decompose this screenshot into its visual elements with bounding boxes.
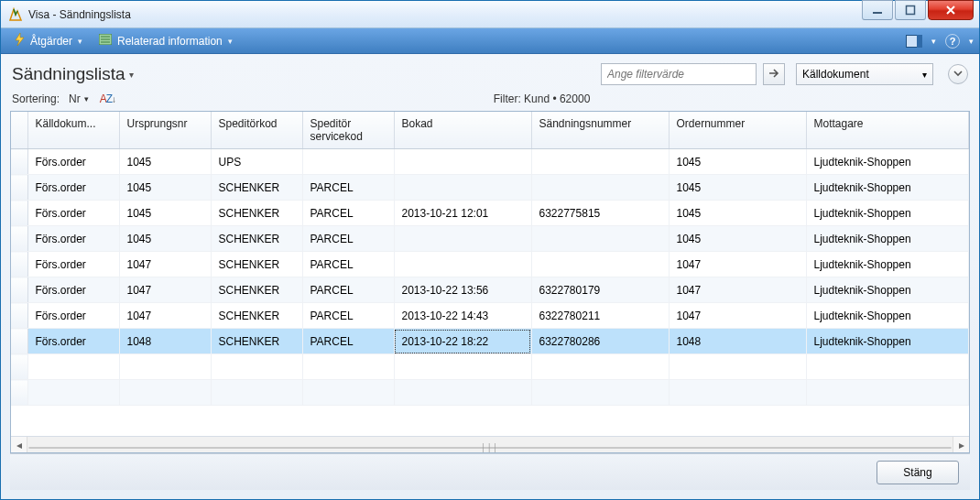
col-ordernummer[interactable]: Ordernummer	[669, 112, 806, 149]
cell[interactable]: Ljudteknik-Shoppen	[806, 277, 969, 303]
cell[interactable]: PARCEL	[302, 226, 394, 252]
cell[interactable]: 1045	[669, 226, 806, 252]
row-selector[interactable]	[11, 201, 27, 226]
table-row[interactable]: Förs.order1045SCHENKERPARCEL1045Ljudtekn…	[11, 175, 969, 201]
cell[interactable]: 1047	[119, 277, 211, 303]
row-selector-header[interactable]	[11, 112, 27, 149]
cell[interactable]: 2013-10-22 13:56	[394, 277, 531, 303]
close-dialog-button[interactable]: Stäng	[877, 461, 959, 484]
cell[interactable]: Förs.order	[27, 175, 119, 201]
minimize-button[interactable]	[862, 0, 893, 20]
cell[interactable]: Ljudteknik-Shoppen	[806, 329, 969, 354]
row-selector[interactable]	[11, 303, 27, 329]
cell[interactable]	[394, 149, 531, 175]
cell[interactable]	[531, 149, 669, 175]
cell[interactable]: Förs.order	[27, 303, 119, 329]
cell[interactable]: SCHENKER	[211, 277, 302, 303]
cell[interactable]: 1047	[669, 277, 806, 303]
row-selector[interactable]	[11, 149, 27, 175]
filter-go-button[interactable]	[763, 63, 785, 85]
cell[interactable]: PARCEL	[302, 252, 394, 277]
table-row[interactable]: Förs.order1048SCHENKERPARCEL2013-10-22 1…	[11, 329, 969, 354]
col-bokad[interactable]: Bokad	[394, 112, 531, 149]
cell[interactable]: Ljudteknik-Shoppen	[806, 252, 969, 277]
cell[interactable]: 1047	[119, 303, 211, 329]
col-mottagare[interactable]: Mottagare	[806, 112, 969, 149]
cell[interactable]: 2013-10-22 14:43	[394, 303, 531, 329]
cell[interactable]: 1045	[669, 201, 806, 226]
cell[interactable]: 1045	[119, 149, 211, 175]
cell[interactable]: 1045	[669, 149, 806, 175]
cell[interactable]: Förs.order	[27, 226, 119, 252]
cell[interactable]: SCHENKER	[211, 226, 302, 252]
cell[interactable]: 1045	[669, 175, 806, 201]
table-row[interactable]: Förs.order1047SCHENKERPARCEL1047Ljudtekn…	[11, 252, 969, 277]
cell[interactable]: 2013-10-21 12:01	[394, 201, 531, 226]
cell[interactable]: SCHENKER	[211, 201, 302, 226]
cell[interactable]	[394, 252, 531, 277]
help-icon[interactable]: ?	[945, 34, 960, 49]
row-selector[interactable]	[11, 175, 27, 201]
cell[interactable]: PARCEL	[302, 175, 394, 201]
cell[interactable]	[531, 226, 669, 252]
table-row[interactable]: Förs.order1047SCHENKERPARCEL2013-10-22 1…	[11, 303, 969, 329]
horizontal-scrollbar[interactable]: ◂ │││ ▸	[11, 436, 969, 452]
layout-icon[interactable]	[906, 35, 922, 48]
cell[interactable]: 6322775815	[531, 201, 669, 226]
cell[interactable]: Ljudteknik-Shoppen	[806, 303, 969, 329]
maximize-button[interactable]	[895, 0, 926, 20]
cell[interactable]: Förs.order	[27, 252, 119, 277]
cell[interactable]: 6322780211	[531, 303, 669, 329]
cell[interactable]	[531, 252, 669, 277]
cell[interactable]: Ljudteknik-Shoppen	[806, 226, 969, 252]
cell[interactable]: 1047	[119, 252, 211, 277]
cell[interactable]: 1047	[669, 252, 806, 277]
cell[interactable]: UPS	[211, 149, 302, 175]
cell[interactable]: PARCEL	[302, 329, 394, 354]
filter-input[interactable]	[601, 63, 757, 85]
cell[interactable]: Ljudteknik-Shoppen	[806, 149, 969, 175]
row-selector[interactable]	[11, 329, 27, 354]
cell[interactable]: Förs.order	[27, 201, 119, 226]
cell[interactable]: 6322780286	[531, 329, 669, 354]
expand-button[interactable]	[948, 64, 968, 84]
row-selector[interactable]	[11, 277, 27, 303]
cell[interactable]: Förs.order	[27, 277, 119, 303]
cell[interactable]	[394, 226, 531, 252]
cell[interactable]	[302, 149, 394, 175]
cell[interactable]: 6322780179	[531, 277, 669, 303]
cell[interactable]: 1048	[119, 329, 211, 354]
chevron-down-icon[interactable]: ▾	[969, 37, 974, 46]
sort-field-dropdown[interactable]: Nr ▾	[69, 92, 89, 105]
cell[interactable]: SCHENKER	[211, 252, 302, 277]
filter-field-combo[interactable]: Källdokument ▾	[796, 63, 933, 85]
col-kalldokument[interactable]: Källdokum...	[27, 112, 119, 149]
col-ursprungsnr[interactable]: Ursprungsnr	[119, 112, 211, 149]
cell[interactable]: 1047	[669, 303, 806, 329]
cell[interactable]: 2013-10-22 18:22	[394, 329, 531, 354]
cell[interactable]: 1045	[119, 175, 211, 201]
cell[interactable]: 1045	[119, 226, 211, 252]
col-sandningsnummer[interactable]: Sändningsnummer	[531, 112, 669, 149]
sort-direction-button[interactable]: AZ↓	[100, 92, 115, 105]
cell[interactable]: SCHENKER	[211, 329, 302, 354]
cell[interactable]: Förs.order	[27, 329, 119, 354]
row-selector[interactable]	[11, 226, 27, 252]
table-row[interactable]: Förs.order1045UPS1045Ljudteknik-Shoppen	[11, 149, 969, 175]
related-info-menu[interactable]: Relaterad information ▾	[92, 31, 240, 50]
cell[interactable]: Ljudteknik-Shoppen	[806, 201, 969, 226]
scroll-right-button[interactable]: ▸	[953, 437, 969, 452]
cell[interactable]: 1045	[119, 201, 211, 226]
cell[interactable]: Ljudteknik-Shoppen	[806, 175, 969, 201]
cell[interactable]: SCHENKER	[211, 303, 302, 329]
scroll-thumb[interactable]: │││	[28, 447, 952, 449]
row-selector[interactable]	[11, 252, 27, 277]
close-button[interactable]	[928, 0, 974, 20]
col-servicekod[interactable]: Speditör servicekod	[302, 112, 394, 149]
table-row[interactable]: Förs.order1047SCHENKERPARCEL2013-10-22 1…	[11, 277, 969, 303]
cell[interactable]	[394, 175, 531, 201]
col-speditorkod[interactable]: Speditörkod	[211, 112, 302, 149]
cell[interactable]: Förs.order	[27, 149, 119, 175]
cell[interactable]: 1048	[669, 329, 806, 354]
page-title-dropdown[interactable]: Sändningslista ▾	[12, 64, 134, 84]
